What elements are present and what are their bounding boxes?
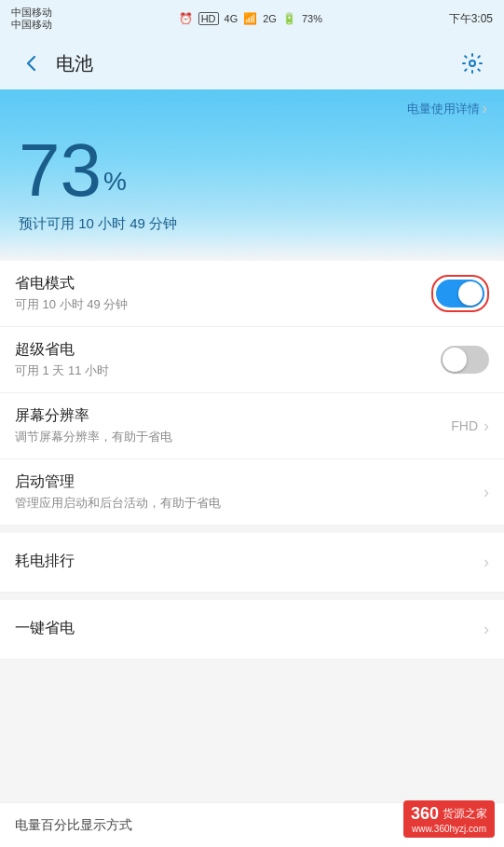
startup-management-right: › bbox=[484, 483, 489, 502]
battery-symbol: % bbox=[103, 167, 127, 197]
carrier2-label: 中国移动 bbox=[11, 19, 52, 31]
startup-management-item[interactable]: 启动管理 管理应用启动和后台活动，有助于省电 › bbox=[0, 459, 504, 526]
header-left: 电池 bbox=[15, 47, 93, 80]
super-power-saving-item[interactable]: 超级省电 可用 1 天 11 小时 bbox=[0, 327, 504, 393]
power-ranking-item[interactable]: 耗电排行 › bbox=[0, 533, 504, 593]
super-power-saving-toggle[interactable] bbox=[441, 346, 489, 374]
alarm-icon: ⏰ bbox=[179, 12, 193, 25]
page-header: 电池 bbox=[0, 37, 504, 89]
signal-bars-icon: 📶 bbox=[243, 12, 257, 25]
battery-percentage-display: 73 % bbox=[0, 124, 504, 212]
screen-resolution-right: FHD › bbox=[451, 417, 489, 436]
power-ranking-chevron-icon: › bbox=[484, 553, 489, 572]
divider-1 bbox=[0, 526, 504, 533]
super-power-saving-toggle-knob bbox=[443, 348, 467, 372]
signal-4g: 4G bbox=[225, 13, 238, 24]
detail-chevron-icon: › bbox=[482, 99, 487, 118]
power-saving-left: 省电模式 可用 10 小时 49 分钟 bbox=[15, 274, 431, 313]
battery-detail-text: 电量使用详情 bbox=[407, 101, 480, 117]
battery-number: 73 bbox=[19, 133, 102, 208]
watermark-top: 360 货源之家 bbox=[411, 804, 487, 824]
carrier1-label: 中国移动 bbox=[11, 7, 52, 19]
signal-2g: 2G bbox=[263, 13, 277, 24]
carrier-info: 中国移动 中国移动 bbox=[11, 7, 52, 31]
one-click-save-left: 一键省电 bbox=[15, 619, 484, 641]
startup-management-subtitle: 管理应用启动和后台活动，有助于省电 bbox=[15, 495, 484, 512]
screen-resolution-chevron-icon: › bbox=[484, 417, 489, 436]
status-time: 下午3:05 bbox=[449, 11, 493, 27]
power-ranking-left: 耗电排行 bbox=[15, 552, 484, 574]
battery-percent: 73% bbox=[302, 13, 322, 24]
startup-management-chevron-icon: › bbox=[484, 483, 489, 502]
startup-management-title: 启动管理 bbox=[15, 472, 484, 492]
power-saving-item[interactable]: 省电模式 可用 10 小时 49 分钟 bbox=[0, 261, 504, 327]
back-button[interactable] bbox=[15, 47, 48, 80]
power-ranking-right: › bbox=[484, 553, 489, 572]
screen-resolution-left: 屏幕分辨率 调节屏幕分辨率，有助于省电 bbox=[15, 406, 451, 445]
power-saving-toggle-knob bbox=[458, 281, 483, 306]
screen-resolution-item[interactable]: 屏幕分辨率 调节屏幕分辨率，有助于省电 FHD › bbox=[0, 393, 504, 459]
super-power-saving-left: 超级省电 可用 1 天 11 小时 bbox=[15, 340, 441, 379]
time-label: 下午3:05 bbox=[449, 11, 493, 27]
battery-detail-link[interactable]: 电量使用详情 › bbox=[0, 89, 504, 124]
power-saving-toggle-border bbox=[431, 275, 489, 312]
one-click-save-item[interactable]: 一键省电 › bbox=[0, 600, 504, 660]
power-saving-toggle[interactable] bbox=[436, 280, 484, 307]
super-power-saving-subtitle: 可用 1 天 11 小时 bbox=[15, 362, 441, 379]
screen-resolution-title: 屏幕分辨率 bbox=[15, 406, 451, 426]
watermark: 360 货源之家 www.360hyzj.com bbox=[403, 800, 495, 838]
power-ranking-title: 耗电排行 bbox=[15, 552, 484, 571]
status-bar: 中国移动 中国移动 ⏰ HD 4G 📶 2G 🔋 73% 下午3:05 bbox=[0, 0, 504, 37]
svg-point-0 bbox=[470, 61, 475, 66]
one-click-save-chevron-icon: › bbox=[484, 620, 489, 639]
screen-resolution-value: FHD bbox=[451, 418, 478, 433]
status-center-icons: ⏰ HD 4G 📶 2G 🔋 73% bbox=[179, 12, 322, 25]
power-saving-subtitle: 可用 10 小时 49 分钟 bbox=[15, 296, 431, 313]
divider-2 bbox=[0, 593, 504, 600]
watermark-brand: 货源之家 bbox=[443, 806, 487, 822]
startup-management-left: 启动管理 管理应用启动和后台活动，有助于省电 bbox=[15, 472, 484, 512]
settings-list: 省电模式 可用 10 小时 49 分钟 超级省电 可用 1 天 11 小时 屏幕… bbox=[0, 261, 504, 660]
screen-resolution-subtitle: 调节屏幕分辨率，有助于省电 bbox=[15, 429, 451, 445]
one-click-save-title: 一键省电 bbox=[15, 619, 484, 638]
settings-button[interactable] bbox=[456, 47, 489, 80]
page-title: 电池 bbox=[56, 51, 93, 76]
power-saving-right bbox=[431, 275, 489, 312]
hd-icon: HD bbox=[198, 12, 219, 25]
one-click-save-right: › bbox=[484, 620, 489, 639]
super-power-saving-title: 超级省电 bbox=[15, 340, 441, 360]
battery-hero: 电量使用详情 › 73 % 预计可用 10 小时 49 分钟 bbox=[0, 89, 504, 261]
watermark-360: 360 bbox=[411, 804, 439, 824]
watermark-url: www.360hyzj.com bbox=[412, 824, 486, 834]
battery-icon: 🔋 bbox=[282, 12, 296, 25]
footer-text: 电量百分比显示方式 bbox=[15, 817, 132, 834]
power-saving-title: 省电模式 bbox=[15, 274, 431, 294]
super-power-saving-right bbox=[441, 346, 489, 374]
battery-time-remaining: 预计可用 10 小时 49 分钟 bbox=[0, 212, 504, 233]
